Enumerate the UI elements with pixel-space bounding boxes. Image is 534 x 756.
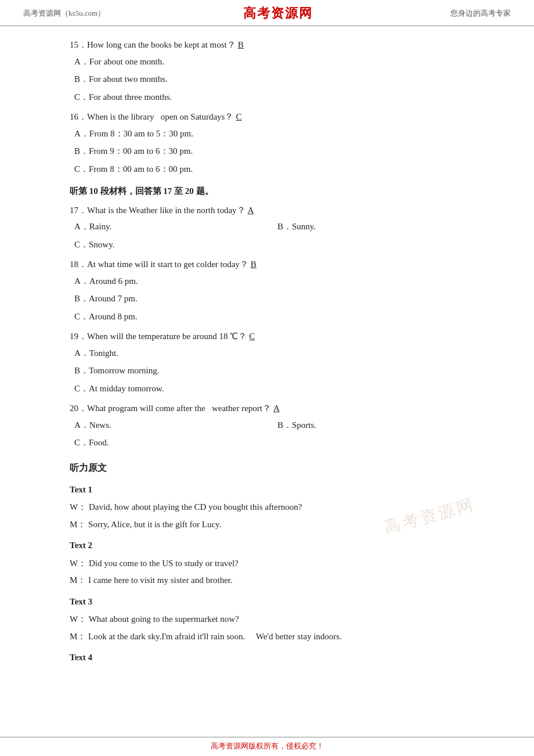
q16-text: 16．When is the library open on Saturdays… [70,109,233,125]
q15-line: 15．How long can the books be kept at mos… [70,37,476,53]
q19-answer: C [249,328,255,345]
q17-optA: A．Rainy. [74,218,273,235]
q16-answer: C [236,109,241,125]
text2-m: M： I came here to visit my sister and br… [70,572,476,589]
q18-answer: B [251,256,257,273]
q19-optC: C．At midday tomorrow. [74,380,476,397]
q20-text: 20．What program will come after the weat… [70,400,271,417]
q15-optB: B．For about two months. [74,71,476,88]
question-15: 15．How long can the books be kept at mos… [70,37,476,105]
q18-line: 18．At what time will it start to get col… [70,256,476,273]
q20-optC: C．Food. [74,434,476,451]
q20-options: A．News. B．Sports. [70,417,476,435]
q18-optB: B．Around 7 pm. [74,290,476,307]
q20-optA: A．News. [74,417,273,434]
q17-options: A．Rainy. B．Sunny. [70,218,476,236]
q19-text: 19．When will the temperature be around 1… [70,328,247,345]
q20-answer: A [273,400,280,417]
q15-optC: C．For about three months. [74,89,476,106]
q17-line: 17．What is the Weather like in the north… [70,202,476,219]
main-content: 15．How long can the books be kept at mos… [0,26,534,702]
question-18: 18．At what time will it start to get col… [70,256,476,325]
q15-answer: B [238,37,244,53]
question-16: 16．When is the library open on Saturdays… [70,109,476,177]
text4-label: Text 4 [70,649,476,666]
header-right-text: 您身边的高考专家 [450,8,511,19]
footer-text: 高考资源网版权所有，侵权必究！ [0,737,534,756]
q16-line: 16．When is the library open on Saturdays… [70,109,476,125]
q18-optC: C．Around 8 pm. [74,308,476,325]
q20-line: 20．What program will come after the weat… [70,400,476,417]
q15-text: 15．How long can the books be kept at mos… [70,37,236,53]
q16-optC: C．From 8：00 am to 6：00 pm. [74,161,476,178]
page-header: 高考资源网（ks5u.com） 高考资源网 您身边的高考专家 [0,0,534,26]
text1-m: M： Sorry, Alice, but it is the gift for … [70,516,476,533]
question-17: 17．What is the Weather like in the north… [70,202,476,253]
text2-w: W： Did you come to the US to study or tr… [70,555,476,572]
text3-m: M： Look at the dark sky.I'm afraid it'll… [70,628,476,645]
q19-optA: A．Tonight. [74,345,476,362]
q16-optA: A．From 8：30 am to 5：30 pm. [74,125,476,142]
text3-w: W： What about going to the supermarket n… [70,611,476,628]
q15-optA: A．For about one month. [74,53,476,70]
q18-optA: A．Around 6 pm. [74,273,476,290]
q17-answer: A [248,202,254,219]
text1-label: Text 1 [70,481,476,498]
q19-optB: B．Tomorrow morning. [74,362,476,379]
text3-label: Text 3 [70,593,476,610]
q17-optB: B．Sunny. [277,218,476,235]
text1-w: W： David, how about playing the CD you b… [70,499,476,516]
header-center-logo: 高考资源网 [243,5,313,22]
q17-text: 17．What is the Weather like in the north… [70,202,246,219]
text2-label: Text 2 [70,537,476,554]
q19-line: 19．When will the temperature be around 1… [70,328,476,345]
question-20: 20．What program will come after the weat… [70,400,476,451]
q20-optB: B．Sports. [277,417,476,434]
q16-optB: B．From 9：00 am to 6：30 pm. [74,143,476,160]
q17-optC: C．Snowy. [74,236,476,253]
q18-text: 18．At what time will it start to get col… [70,256,248,273]
listening-title: 听力原文 [70,459,476,477]
section10-title: 听第 10 段材料，回答第 17 至 20 题。 [70,183,476,200]
question-19: 19．When will the temperature be around 1… [70,328,476,397]
header-left-text: 高考资源网（ks5u.com） [23,8,105,19]
